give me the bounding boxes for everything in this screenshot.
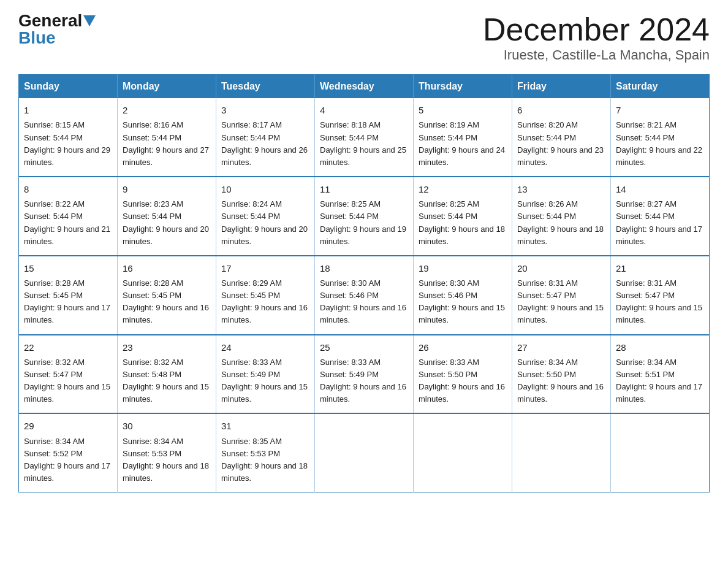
calendar-header-sunday: Sunday <box>19 75 118 99</box>
calendar-cell: 27Sunrise: 8:34 AMSunset: 5:50 PMDayligh… <box>512 335 611 414</box>
calendar-cell: 4Sunrise: 8:18 AMSunset: 5:44 PMDaylight… <box>315 98 414 177</box>
logo-blue-text: Blue <box>18 29 56 47</box>
calendar-cell <box>414 413 512 492</box>
calendar-week-row: 1Sunrise: 8:15 AMSunset: 5:44 PMDaylight… <box>19 98 710 177</box>
calendar-header-row: SundayMondayTuesdayWednesdayThursdayFrid… <box>19 75 710 99</box>
month-title: December 2024 <box>483 12 710 47</box>
day-number: 23 <box>123 340 211 354</box>
calendar-cell: 11Sunrise: 8:25 AMSunset: 5:44 PMDayligh… <box>315 177 414 256</box>
calendar-header-thursday: Thursday <box>414 75 512 99</box>
calendar-header-saturday: Saturday <box>611 75 710 99</box>
day-number: 13 <box>517 182 605 196</box>
day-number: 26 <box>419 340 507 354</box>
day-number: 25 <box>320 340 408 354</box>
calendar-cell: 22Sunrise: 8:32 AMSunset: 5:47 PMDayligh… <box>19 335 118 414</box>
day-number: 14 <box>616 182 704 196</box>
day-number: 6 <box>517 103 605 117</box>
calendar-cell: 7Sunrise: 8:21 AMSunset: 5:44 PMDaylight… <box>611 98 710 177</box>
calendar-cell: 3Sunrise: 8:17 AMSunset: 5:44 PMDaylight… <box>216 98 315 177</box>
calendar-cell: 6Sunrise: 8:20 AMSunset: 5:44 PMDaylight… <box>512 98 611 177</box>
calendar-header-tuesday: Tuesday <box>216 75 315 99</box>
day-number: 2 <box>123 103 211 117</box>
calendar-cell: 14Sunrise: 8:27 AMSunset: 5:44 PMDayligh… <box>611 177 710 256</box>
calendar-cell <box>512 413 611 492</box>
calendar-cell: 26Sunrise: 8:33 AMSunset: 5:50 PMDayligh… <box>414 335 512 414</box>
calendar-cell: 9Sunrise: 8:23 AMSunset: 5:44 PMDaylight… <box>118 177 216 256</box>
calendar-cell: 29Sunrise: 8:34 AMSunset: 5:52 PMDayligh… <box>19 413 118 492</box>
calendar-cell: 20Sunrise: 8:31 AMSunset: 5:47 PMDayligh… <box>512 256 611 335</box>
day-number: 11 <box>320 182 408 196</box>
calendar-header-wednesday: Wednesday <box>315 75 414 99</box>
logo: General Blue <box>18 12 96 47</box>
calendar-cell: 24Sunrise: 8:33 AMSunset: 5:49 PMDayligh… <box>216 335 315 414</box>
calendar-cell <box>315 413 414 492</box>
logo-general-text: General <box>18 12 96 29</box>
location-title: Irueste, Castille-La Mancha, Spain <box>483 47 710 63</box>
day-number: 15 <box>24 261 112 275</box>
title-block: December 2024 Irueste, Castille-La Manch… <box>483 12 710 63</box>
calendar-cell: 12Sunrise: 8:25 AMSunset: 5:44 PMDayligh… <box>414 177 512 256</box>
day-number: 17 <box>221 261 309 275</box>
day-number: 16 <box>123 261 211 275</box>
day-number: 10 <box>221 182 309 196</box>
calendar-cell: 19Sunrise: 8:30 AMSunset: 5:46 PMDayligh… <box>414 256 512 335</box>
day-number: 5 <box>419 103 507 117</box>
calendar-cell: 31Sunrise: 8:35 AMSunset: 5:53 PMDayligh… <box>216 413 315 492</box>
day-number: 4 <box>320 103 408 117</box>
day-number: 28 <box>616 340 704 354</box>
calendar-cell: 18Sunrise: 8:30 AMSunset: 5:46 PMDayligh… <box>315 256 414 335</box>
logo-triangle-icon <box>83 15 96 26</box>
calendar-week-row: 15Sunrise: 8:28 AMSunset: 5:45 PMDayligh… <box>19 256 710 335</box>
day-number: 29 <box>24 419 112 433</box>
calendar-cell: 1Sunrise: 8:15 AMSunset: 5:44 PMDaylight… <box>19 98 118 177</box>
day-number: 7 <box>616 103 704 117</box>
day-number: 3 <box>221 103 309 117</box>
day-number: 27 <box>517 340 605 354</box>
page-header: General Blue December 2024 Irueste, Cast… <box>18 12 710 63</box>
calendar-cell: 17Sunrise: 8:29 AMSunset: 5:45 PMDayligh… <box>216 256 315 335</box>
calendar-cell: 25Sunrise: 8:33 AMSunset: 5:49 PMDayligh… <box>315 335 414 414</box>
calendar-cell: 23Sunrise: 8:32 AMSunset: 5:48 PMDayligh… <box>118 335 216 414</box>
day-number: 19 <box>419 261 507 275</box>
calendar-cell: 2Sunrise: 8:16 AMSunset: 5:44 PMDaylight… <box>118 98 216 177</box>
calendar-cell: 15Sunrise: 8:28 AMSunset: 5:45 PMDayligh… <box>19 256 118 335</box>
calendar-header-friday: Friday <box>512 75 611 99</box>
day-number: 12 <box>419 182 507 196</box>
calendar-cell: 30Sunrise: 8:34 AMSunset: 5:53 PMDayligh… <box>118 413 216 492</box>
day-number: 9 <box>123 182 211 196</box>
calendar-cell: 13Sunrise: 8:26 AMSunset: 5:44 PMDayligh… <box>512 177 611 256</box>
day-number: 22 <box>24 340 112 354</box>
day-number: 21 <box>616 261 704 275</box>
day-number: 18 <box>320 261 408 275</box>
calendar-week-row: 29Sunrise: 8:34 AMSunset: 5:52 PMDayligh… <box>19 413 710 492</box>
day-number: 1 <box>24 103 112 117</box>
calendar-table: SundayMondayTuesdayWednesdayThursdayFrid… <box>18 74 710 492</box>
calendar-cell: 21Sunrise: 8:31 AMSunset: 5:47 PMDayligh… <box>611 256 710 335</box>
calendar-cell <box>611 413 710 492</box>
calendar-header-monday: Monday <box>118 75 216 99</box>
calendar-cell: 28Sunrise: 8:34 AMSunset: 5:51 PMDayligh… <box>611 335 710 414</box>
calendar-cell: 8Sunrise: 8:22 AMSunset: 5:44 PMDaylight… <box>19 177 118 256</box>
day-number: 30 <box>123 419 211 433</box>
calendar-week-row: 8Sunrise: 8:22 AMSunset: 5:44 PMDaylight… <box>19 177 710 256</box>
calendar-cell: 16Sunrise: 8:28 AMSunset: 5:45 PMDayligh… <box>118 256 216 335</box>
calendar-cell: 10Sunrise: 8:24 AMSunset: 5:44 PMDayligh… <box>216 177 315 256</box>
day-number: 8 <box>24 182 112 196</box>
day-number: 20 <box>517 261 605 275</box>
day-number: 31 <box>221 419 309 433</box>
calendar-cell: 5Sunrise: 8:19 AMSunset: 5:44 PMDaylight… <box>414 98 512 177</box>
calendar-week-row: 22Sunrise: 8:32 AMSunset: 5:47 PMDayligh… <box>19 335 710 414</box>
day-number: 24 <box>221 340 309 354</box>
